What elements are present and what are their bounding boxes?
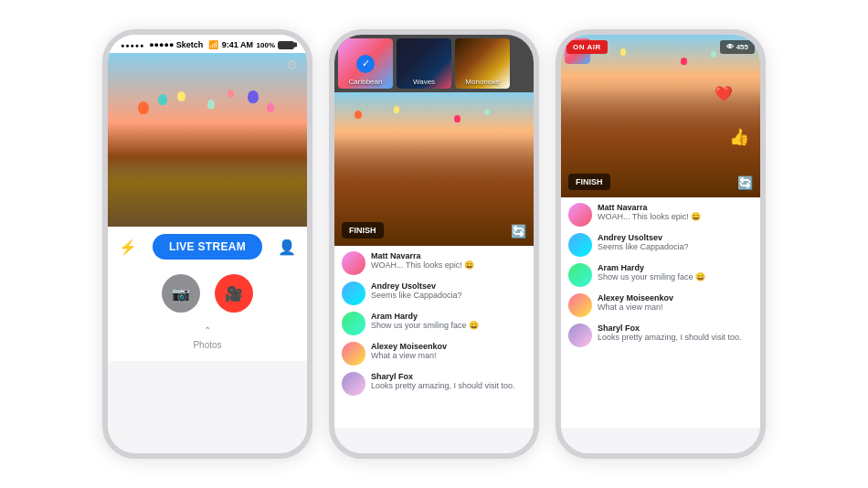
avatar-aram-3 [568, 263, 592, 287]
camera-video-button[interactable]: 🎥 [215, 274, 253, 313]
comment-body-5: Sharyl Fox Looks pretty amazing, I shoul… [371, 372, 526, 392]
viewers-count: 455 [736, 43, 748, 51]
status-left-1: ●●●●● ●●●●● Sketch 📶 [121, 40, 218, 49]
filter-waves[interactable]: Waves [397, 38, 451, 89]
camera-switch-icon-3[interactable]: 🔄 [737, 175, 753, 190]
comment-item-3-4: Alexey Moiseenkov What a view man! [568, 293, 753, 317]
thumbsup-reaction: 👍 [729, 127, 749, 147]
comment-item-3-1: Matt Navarra WOAH... This looks epic! 😀 [568, 203, 753, 227]
phone-3: ❤️ 👍 ON AIR 👁 455 FINISH 🔄 [556, 29, 766, 459]
filter-caribbean-label: Caribbean [338, 78, 393, 86]
live-stream-controls: ⚡ LIVE STREAM 👤 [108, 227, 307, 267]
viewers-badge: 👁 455 [720, 40, 755, 54]
comment-item-4: Alexey Moiseenkov What a view man! [342, 342, 526, 366]
wifi-icon: 📶 [208, 40, 218, 49]
settings-gear-icon[interactable]: ⚙ [286, 57, 298, 73]
on-air-badge: ON AIR [566, 40, 608, 54]
status-bar-1: ●●●●● ●●●●● Sketch 📶 9:41 AM 100% [108, 35, 307, 53]
comment-item-2: Andrey Usoltsev Seems like Cappadocia? [342, 281, 526, 305]
avatar-alexey [342, 342, 365, 366]
avatar-matt [342, 251, 365, 275]
comment-body-3: Aram Hardy Show us your smiling face 😄 [371, 312, 526, 332]
live-stream-button[interactable]: LIVE STREAM [153, 234, 262, 260]
video-frame-3: ❤️ 👍 ON AIR 👁 455 FINISH 🔄 [561, 35, 760, 197]
video-frame-2: FINISH 🔄 [334, 92, 534, 246]
filter-mononoke-label: Mononoke [455, 78, 510, 86]
comment-name-3-4: Alexey Moiseenkov [598, 293, 753, 302]
carrier-label: ●●●●● Sketch [149, 40, 203, 49]
battery-fill-1 [279, 42, 293, 48]
comment-text-3-1: WOAH... This looks epic! 😀 [598, 212, 753, 223]
comment-body-3-3: Aram Hardy Show us your smiling face 😄 [598, 263, 753, 283]
avatar-alexey-3 [568, 293, 592, 317]
comment-item-1: Matt Navarra WOAH... This looks epic! 😀 [342, 251, 526, 275]
comments-section-3: Matt Navarra WOAH... This looks epic! 😀 … [561, 197, 760, 428]
avatar-sharyl [342, 372, 365, 396]
comment-text-3: Show us your smiling face 😄 [371, 321, 526, 332]
comment-item-3-2: Andrey Usoltsev Seems like Cappadocia? [568, 233, 753, 257]
phone-1-wrapper: ●●●●● ●●●●● Sketch 📶 9:41 AM 100% [102, 29, 312, 459]
filter-caribbean[interactable]: ✓ Caribbean [338, 38, 393, 89]
status-right-1: 100% [257, 41, 294, 49]
phone-2-content: ✓ Caribbean Waves Mononoke [334, 35, 534, 428]
camera-controls: 📷 🎥 [108, 267, 307, 320]
avatar-andrey-3 [568, 233, 592, 257]
comment-name-3-5: Sharyl Fox [598, 324, 753, 333]
filter-strip: ✓ Caribbean Waves Mononoke [334, 35, 534, 92]
comment-name-2: Andrey Usoltsev [371, 281, 526, 291]
comment-item-3-3: Aram Hardy Show us your smiling face 😄 [568, 263, 753, 287]
person-video-icon[interactable]: 👤 [278, 239, 296, 256]
battery-label-1: 100% [257, 41, 275, 49]
phone-1: ●●●●● ●●●●● Sketch 📶 9:41 AM 100% [102, 29, 312, 459]
photos-area[interactable]: ⌃ Photos [108, 320, 307, 361]
phones-container: ●●●●● ●●●●● Sketch 📶 9:41 AM 100% [84, 11, 784, 477]
comment-name-5: Sharyl Fox [371, 372, 526, 381]
heart-reaction: ❤️ [715, 85, 733, 102]
photos-label: Photos [193, 340, 221, 350]
comment-item-3: Aram Hardy Show us your smiling face 😄 [342, 312, 526, 335]
eye-icon: 👁 [726, 43, 734, 51]
camera-snapshot-button[interactable]: 📷 [162, 274, 200, 313]
lightning-icon[interactable]: ⚡ [119, 239, 137, 256]
phone-3-wrapper: ❤️ 👍 ON AIR 👁 455 FINISH 🔄 [556, 29, 766, 459]
phone-2: ✓ Caribbean Waves Mononoke [329, 29, 539, 459]
camera-icon: 📷 [172, 285, 190, 302]
battery-icon-1 [278, 41, 294, 49]
finish-button-2[interactable]: FINISH [342, 222, 384, 239]
landscape-photo-1: ⚙ [108, 53, 307, 227]
chevron-up-icon: ⌃ [108, 325, 307, 335]
camera-switch-icon-2[interactable]: 🔄 [511, 224, 526, 239]
comment-text-2: Seems like Cappadocia? [371, 291, 526, 302]
avatar-sharyl-3 [568, 324, 592, 347]
signal-dots: ●●●●● [121, 42, 144, 48]
comment-name-4: Alexey Moiseenkov [371, 342, 526, 351]
comment-body-3-4: Alexey Moiseenkov What a view man! [598, 293, 753, 313]
filter-waves-label: Waves [397, 78, 451, 86]
comment-item-5: Sharyl Fox Looks pretty amazing, I shoul… [342, 372, 526, 396]
avatar-matt-3 [568, 203, 592, 227]
comment-body-3-5: Sharyl Fox Looks pretty amazing, I shoul… [598, 324, 753, 344]
comment-name-1: Matt Navarra [371, 251, 526, 260]
comment-text-3-2: Seems like Cappadocia? [598, 242, 753, 253]
comment-name-3: Aram Hardy [371, 312, 526, 321]
avatar-andrey [342, 281, 365, 305]
comment-body-3-1: Matt Navarra WOAH... This looks epic! 😀 [598, 203, 753, 223]
comment-body-1: Matt Navarra WOAH... This looks epic! 😀 [371, 251, 526, 271]
video-icon: 🎥 [225, 285, 243, 302]
comment-text-3-4: What a view man! [598, 302, 753, 313]
comment-body-3-2: Andrey Usoltsev Seems like Cappadocia? [598, 233, 753, 253]
comment-item-3-5: Sharyl Fox Looks pretty amazing, I shoul… [568, 324, 753, 347]
comment-text-3-3: Show us your smiling face 😄 [598, 272, 753, 283]
phone-2-wrapper: ✓ Caribbean Waves Mononoke [329, 29, 539, 459]
phone-3-content: ❤️ 👍 ON AIR 👁 455 FINISH 🔄 [561, 35, 760, 428]
comment-text-1: WOAH... This looks epic! 😀 [371, 260, 526, 271]
comment-body-2: Andrey Usoltsev Seems like Cappadocia? [371, 281, 526, 302]
finish-button-3[interactable]: FINISH [568, 174, 610, 190]
comment-text-4: What a view man! [371, 351, 526, 362]
filter-mononoke[interactable]: Mononoke [455, 38, 510, 89]
comments-section-2: Matt Navarra WOAH... This looks epic! 😀 … [334, 246, 534, 428]
phone-1-content: ⚙ ⚡ LIVE STREAM 👤 📷 🎥 [108, 53, 307, 446]
comment-name-3-3: Aram Hardy [598, 263, 753, 272]
comment-body-4: Alexey Moiseenkov What a view man! [371, 342, 526, 362]
filter-selected-check: ✓ [356, 55, 375, 73]
